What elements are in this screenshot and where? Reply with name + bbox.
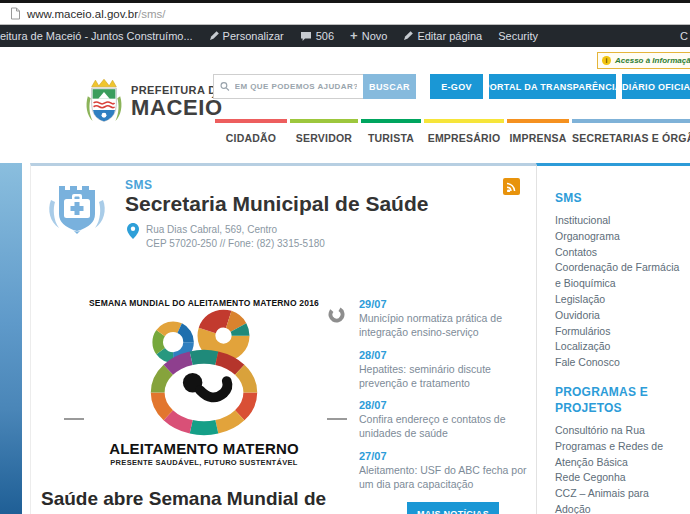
news-text: Município normatiza prática de integraçã… <box>359 312 535 340</box>
sidebar-link-farmacia[interactable]: Coordenação de Farmácia e Bioquímica <box>555 260 685 292</box>
pencil-icon <box>209 31 219 41</box>
search-field-wrap[interactable] <box>213 74 363 99</box>
location-pin-icon <box>127 223 139 239</box>
sidebar-link-formularios[interactable]: Formulários <box>555 324 685 340</box>
url-text[interactable]: www.maceio.al.gov.br/sms/ <box>27 8 165 20</box>
sidebar-link-consultorio[interactable]: Consultório na Rua <box>555 423 685 439</box>
nav-turista[interactable]: TURISTA <box>361 119 421 144</box>
sidebar-link-contatos[interactable]: Contatos <box>555 245 685 261</box>
admin-edit-page[interactable]: Editar página <box>403 30 482 42</box>
admin-security[interactable]: Security <box>498 30 538 42</box>
address-bar[interactable]: www.maceio.al.gov.br/sms/ <box>0 3 690 25</box>
page: www.maceio.al.gov.br/sms/ eitura de Mace… <box>0 0 690 514</box>
pencil-icon <box>403 31 413 41</box>
news-date: 28/07 <box>359 349 535 361</box>
admin-new[interactable]: + Novo <box>350 30 387 42</box>
sidebar-link-rede-cegonha[interactable]: Rede Cegonha <box>555 470 685 486</box>
sidebar-link-legislacao[interactable]: Legislação <box>555 292 685 308</box>
news-text: Hepatites: seminário discute prevenção e… <box>359 363 535 391</box>
sidebar-link-organograma[interactable]: Organograma <box>555 229 685 245</box>
sidebar: SMS Institucional Organograma Contatos C… <box>536 163 690 514</box>
site-search: BUSCAR <box>213 74 416 99</box>
main-content: SMS Secretaria Municipal de Saúde Rua Di… <box>30 163 536 514</box>
news-item[interactable]: 28/07 Hepatites: seminário discute preve… <box>359 349 535 391</box>
comment-bubble-icon <box>300 31 312 42</box>
page-title: Secretaria Municipal de Saúde <box>125 192 428 216</box>
egov-button[interactable]: E-GOV <box>430 74 483 99</box>
logo-text: PREFEITURA DE MACEIÓ <box>131 84 224 121</box>
news-item[interactable]: 28/07 Confira endereço e contatos de uni… <box>359 399 535 441</box>
main-nav: CIDADÃO SERVIDOR TURISTA EMPRESÁRIO IMPR… <box>215 119 690 144</box>
sidebar-link-fale-conosco[interactable]: Fale Conosco <box>555 355 685 371</box>
dept-code: SMS <box>125 178 153 192</box>
admin-personalize[interactable]: Personalizar <box>209 30 284 42</box>
site-header: i Acesso à Informação PREFEITURA DE MACE… <box>0 47 690 163</box>
page-icon <box>10 7 21 20</box>
banner-carousel[interactable]: SEMANA MUNDIAL DO ALEITAMENTO MATERNO 20… <box>59 292 349 488</box>
banner-topline: SEMANA MUNDIAL DO ALEITAMENTO MATERNO 20… <box>89 298 319 308</box>
diario-oficial-button[interactable]: DIÁRIO OFICIAL <box>622 74 690 99</box>
carousel-next-arrow[interactable] <box>327 418 347 420</box>
sidebar-section-programas[interactable]: PROGRAMAS E PROJETOS <box>555 384 673 416</box>
plus-icon: + <box>350 31 358 41</box>
url-path: /sms/ <box>138 8 165 20</box>
admin-right-partial[interactable]: C <box>680 30 688 42</box>
news-item[interactable]: 29/07 Município normatiza prática de int… <box>359 298 535 340</box>
carousel-prev-arrow[interactable] <box>64 418 84 420</box>
access-info-badge[interactable]: i Acesso à Informação <box>597 52 690 69</box>
sidebar-link-localizacao[interactable]: Localização <box>555 339 685 355</box>
news-list: 29/07 Município normatiza prática de int… <box>359 298 535 514</box>
nav-imprensa[interactable]: IMPRENSA <box>507 119 569 144</box>
sidebar-link-institucional[interactable]: Institucional <box>555 213 685 229</box>
nav-empresario[interactable]: EMPRESÁRIO <box>424 119 504 144</box>
sidebar-section-sms[interactable]: SMS <box>555 190 673 206</box>
news-date: 27/07 <box>359 450 535 462</box>
sidebar-link-ccz[interactable]: CCZ – Animais para Adoção <box>555 486 685 514</box>
news-headline[interactable]: Saúde abre Semana Mundial de <box>41 488 326 510</box>
banner-title: ALEITAMENTO MATERNO <box>109 440 299 457</box>
url-host: www.maceio.al.gov.br <box>27 8 138 20</box>
address-line1: Rua Dias Cabral, 569, Centro <box>146 223 325 237</box>
sms-crest-icon <box>45 176 109 240</box>
loading-spinner-icon <box>328 306 345 323</box>
news-item[interactable]: 27/07 Aleitamento: USF do ABC fecha por … <box>359 450 535 492</box>
city-logo[interactable]: PREFEITURA DE MACEIÓ <box>85 77 224 127</box>
news-date: 29/07 <box>359 298 535 310</box>
search-input[interactable] <box>235 82 357 91</box>
transparencia-button[interactable]: PORTAL DA TRANSPARÊNCIA <box>489 74 616 99</box>
news-text: Confira endereço e contatos de unidades … <box>359 413 535 441</box>
wp-admin-bar: eitura de Maceió - Juntos Construímo... … <box>0 25 690 47</box>
banner-subtitle: PRESENTE SAUDÁVEL, FUTURO SUSTENTÁVEL <box>110 458 297 467</box>
sidebar-link-ouvidoria[interactable]: Ouvidoria <box>555 308 685 324</box>
city-crest-icon <box>85 77 123 127</box>
quick-links: E-GOV PORTAL DA TRANSPARÊNCIA DIÁRIO OFI… <box>430 74 690 99</box>
search-button[interactable]: BUSCAR <box>363 74 416 99</box>
sidebar-link-atencao-basica[interactable]: Programas e Redes de Atenção Básica <box>555 439 685 471</box>
logo-line1: PREFEITURA DE <box>131 84 224 96</box>
admin-site-title[interactable]: eitura de Maceió - Juntos Construímo... <box>0 30 193 42</box>
admin-comments[interactable]: 506 <box>300 30 334 42</box>
nav-secretarias[interactable]: SECRETARIAS E ÓRGÃOS <box>572 119 690 144</box>
address-line2: CEP 57020-250 // Fone: (82) 3315-5180 <box>146 237 325 251</box>
rss-icon[interactable] <box>503 178 520 195</box>
background-strip <box>0 163 22 514</box>
info-icon: i <box>602 56 611 65</box>
dept-address: Rua Dias Cabral, 569, Centro CEP 57020-2… <box>127 223 325 250</box>
more-news-button[interactable]: MAIS NOTÍCIAS <box>407 502 499 514</box>
nav-servidor[interactable]: SERVIDOR <box>290 119 358 144</box>
news-text: Aleitamento: USF do ABC fecha por um dia… <box>359 464 535 492</box>
logo-line2: MACEIÓ <box>131 95 224 121</box>
breastfeeding-logo <box>119 308 289 438</box>
news-date: 28/07 <box>359 399 535 411</box>
search-icon <box>220 81 230 92</box>
nav-cidadao[interactable]: CIDADÃO <box>215 119 287 144</box>
